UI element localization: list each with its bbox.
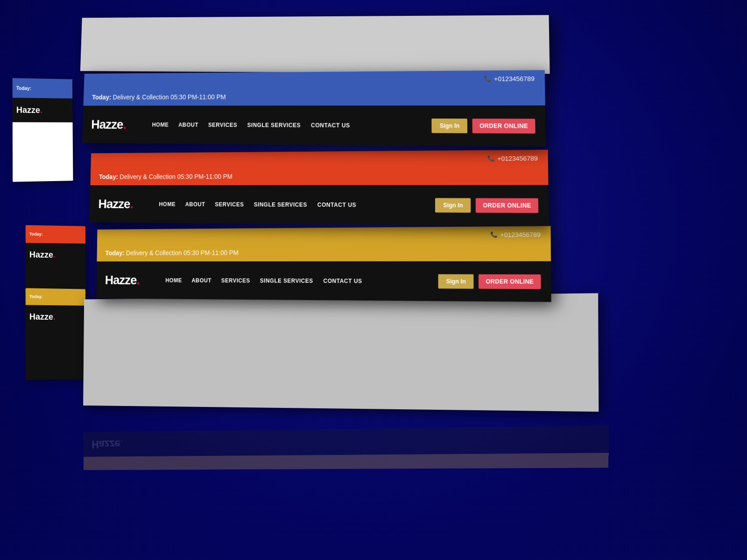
nav-actions-gold: Sign In ORDER ONLINE — [438, 274, 541, 289]
nav-contact-us-red[interactable]: CONTACT US — [317, 201, 356, 208]
order-button-gold[interactable]: ORDER ONLINE — [479, 274, 541, 289]
nav-actions-red: Sign In ORDER ONLINE — [435, 198, 538, 213]
brand-logo-red: Hazze. — [98, 196, 133, 211]
nav-about[interactable]: ABOUT — [178, 121, 198, 128]
nav-home[interactable]: HOME — [152, 121, 169, 128]
header-card-red: 📞 +0123456789 Today: Delivery & Collecti… — [89, 150, 549, 226]
nav-services-gold[interactable]: SERVICES — [221, 277, 250, 284]
nav-links: HOME ABOUT SERVICES SINGLE SERVICES CONT… — [152, 121, 431, 129]
nav-links-gold: HOME ABOUT SERVICES SINGLE SERVICES CONT… — [165, 277, 438, 285]
hours-text-gold: Delivery & Collection 05:30 PM-11:00 PM — [126, 249, 239, 257]
phone-icon-gold: 📞 — [490, 231, 498, 238]
reflection-area: Hazze. — [83, 416, 609, 560]
header-card-gold: 📞 +0123456789 Today: Delivery & Collecti… — [96, 226, 551, 302]
today-label-red: Today: — [99, 173, 118, 180]
nav-services[interactable]: SERVICES — [208, 121, 237, 128]
nav-single-services[interactable]: SINGLE SERVICES — [247, 122, 301, 128]
signin-button-red[interactable]: Sign In — [435, 198, 471, 212]
top-info-bar-gold: 📞 +0123456789 — [97, 226, 551, 245]
nav-actions-blue: Sign In ORDER ONLINE — [432, 118, 536, 133]
nav-about-red[interactable]: ABOUT — [185, 201, 205, 208]
nav-bar-red: Hazze. HOME ABOUT SERVICES SINGLE SERVIC… — [89, 185, 549, 226]
bottom-gray-card — [83, 293, 599, 412]
delivery-info-bar-red: Today: Delivery & Collection 05:30 PM-11… — [90, 166, 548, 185]
nav-services-red[interactable]: SERVICES — [215, 201, 244, 208]
phone-icon-red: 📞 — [487, 155, 495, 162]
reflection-nav: Hazze. — [83, 426, 609, 457]
nav-single-services-red[interactable]: SINGLE SERVICES — [254, 201, 307, 208]
hours-text: Delivery & Collection 05:30 PM-11:00 PM — [113, 93, 226, 101]
brand-logo: Hazze. — [91, 117, 126, 132]
delivery-info-bar-blue: Today: Delivery & Collection 05:30 PM-11… — [83, 87, 545, 106]
nav-contact-us-gold[interactable]: CONTACT US — [323, 278, 362, 284]
signin-button[interactable]: Sign In — [432, 118, 468, 133]
phone-icon: 📞 — [484, 75, 492, 82]
phone-number-gold: +0123456789 — [500, 231, 541, 238]
top-info-bar-blue: 📞 +0123456789 — [84, 70, 545, 89]
order-button-red[interactable]: ORDER ONLINE — [476, 198, 538, 213]
nav-single-services-gold[interactable]: SINGLE SERVICES — [260, 277, 313, 284]
thumbnail-card-blue: Today: Hazze. — [13, 78, 73, 182]
today-label: Today: — [92, 94, 111, 101]
hours-text-red: Delivery & Collection 05:30 PM-11:00 PM — [120, 173, 233, 180]
signin-button-gold[interactable]: Sign In — [438, 274, 474, 288]
nav-bar-blue: Hazze. HOME ABOUT SERVICES SINGLE SERVIC… — [82, 105, 546, 147]
nav-contact-us[interactable]: CONTACT US — [311, 122, 350, 128]
phone-number-red: +0123456789 — [497, 154, 538, 162]
nav-bar-gold: Hazze. HOME ABOUT SERVICES SINGLE SERVIC… — [96, 261, 551, 302]
brand-logo-gold: Hazze. — [105, 273, 140, 287]
nav-links-red: HOME ABOUT SERVICES SINGLE SERVICES CONT… — [159, 201, 435, 208]
thumbnail-card-gold: Today: Hazze. — [26, 288, 86, 380]
delivery-info-bar-gold: Today: Delivery & Collection 05:30 PM-11… — [97, 243, 551, 261]
header-card-blue: 📞 +0123456789 Today: Delivery & Collecti… — [82, 70, 546, 147]
phone-number: +0123456789 — [494, 75, 535, 82]
today-label-gold: Today: — [106, 249, 125, 256]
nav-about-gold[interactable]: ABOUT — [191, 277, 211, 284]
nav-home-gold[interactable]: HOME — [165, 277, 182, 284]
order-button[interactable]: ORDER ONLINE — [472, 119, 536, 133]
nav-home-red[interactable]: HOME — [159, 201, 176, 207]
top-info-bar-red: 📞 +0123456789 — [91, 150, 548, 168]
top-gray-card — [80, 15, 550, 74]
